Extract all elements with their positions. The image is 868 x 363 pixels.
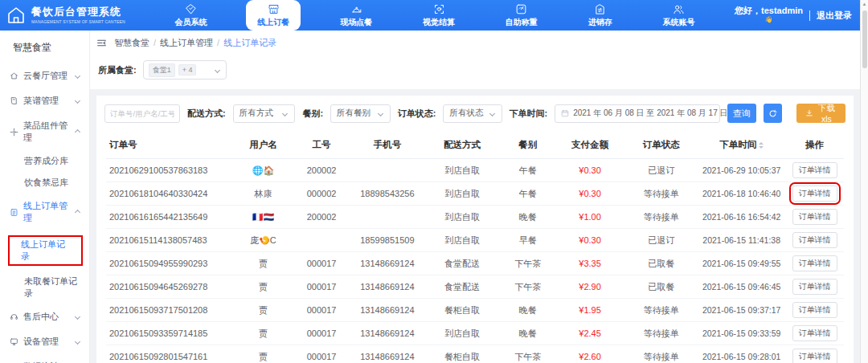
logo: 餐饮后台管理系统 MANAGEMENT SYSTEM OF SMART CANT… — [0, 0, 145, 31]
onsite-order-icon — [350, 3, 362, 15]
nav-item-vision-checkout[interactable]: 视觉结算 — [411, 0, 466, 31]
time-cell: 2021-06-15 09:33:59 — [698, 322, 785, 345]
breadcrumb-separator: / — [217, 38, 219, 47]
sidebar-item[interactable]: 设备管理 — [0, 329, 89, 354]
order-detail-button[interactable]: 订单详情 — [792, 186, 837, 202]
window-scrollbar[interactable]: ▲ — [860, 0, 868, 363]
canteen-label: 所属食堂: — [98, 64, 137, 76]
action-cell: 订单详情 — [785, 229, 844, 252]
search-input[interactable] — [104, 104, 180, 123]
scrollbar-thumb[interactable] — [862, 10, 867, 68]
nav-item-online-order[interactable]: 线上订餐 — [246, 0, 301, 31]
table-row: 20210615094645269278贾00001713148669124食堂… — [106, 275, 844, 299]
order-detail-button[interactable]: 订单详情 — [792, 302, 837, 318]
order-detail-button[interactable]: 订单详情 — [792, 279, 837, 295]
order-detail-button[interactable]: 订单详情 — [792, 255, 837, 271]
table-body: 20210629100537863183🌐🏠200002到店自取午餐¥0.30已… — [106, 159, 844, 363]
phone-cell: 18898543256 — [350, 182, 424, 206]
action-cell: 订单详情 — [785, 275, 844, 299]
breadcrumb-item[interactable]: 线上订单管理 — [160, 38, 213, 47]
order-detail-button[interactable]: 订单详情 — [792, 325, 837, 341]
amount-cell: ¥1.00 — [555, 206, 624, 229]
topbar: 餐饮后台管理系统 MANAGEMENT SYSTEM OF SMART CANT… — [0, 0, 860, 31]
breadcrumb-item: 线上订单记录 — [223, 38, 276, 47]
sidebar-item-label: 售后中心 — [23, 311, 59, 323]
logout-button[interactable]: 退出登录 — [817, 10, 852, 22]
download-label: 下载 xls — [817, 103, 837, 124]
nav-item-self-weighing[interactable]: 自助称重 — [494, 0, 549, 31]
amount-cell: ¥0.30 — [555, 182, 624, 206]
column-header: 餐别 — [501, 131, 555, 159]
query-button[interactable]: 查询 — [727, 104, 756, 123]
order-no-cell: 20210615114138057483 — [106, 229, 234, 252]
sidebar-item[interactable]: 数据统计 — [0, 354, 89, 363]
sidebar-item[interactable]: 售后中心 — [0, 304, 89, 329]
action-cell: 订单详情 — [785, 206, 844, 229]
order-detail-button[interactable]: 订单详情 — [792, 162, 837, 178]
dish-component-icon — [10, 128, 18, 137]
scrollbar-up-arrow[interactable]: ▲ — [861, 0, 868, 9]
username-cell: 庞🍤C — [234, 229, 293, 252]
meal-cell: 下午茶 — [501, 252, 555, 275]
table-row: 20210615093717501208贾00001713148669124餐柜… — [106, 299, 844, 322]
nav-item-system-account[interactable]: 系统账号 — [652, 0, 706, 31]
breadcrumb-item[interactable]: 智慧食堂 — [114, 38, 149, 47]
sidebar-subitem[interactable]: 饮食禁忌库 — [0, 172, 89, 194]
orders-card: 配送方式: 所有方式 餐别: 所有餐别 订单状态: 所有状态 — [96, 96, 854, 363]
username-cell: 贾 — [234, 322, 293, 345]
username-cell: 林康 — [234, 182, 293, 206]
sidebar-item[interactable]: 线上订单管理 — [0, 194, 89, 230]
sidebar-item[interactable]: 菜品组件管理 — [0, 113, 89, 150]
table-header-row: 订单号用户名工号手机号配送方式餐别支付金额订单状态下单时间操作 — [106, 131, 844, 159]
canteen-filter-row: 所属食堂: 食堂1 + 4 — [90, 54, 860, 81]
greeting-text: 您好，testadmin — [735, 6, 803, 15]
column-header: 下单时间 — [698, 131, 785, 159]
order-detail-button[interactable]: 订单详情 — [792, 209, 837, 225]
chevron-down-icon — [75, 339, 80, 345]
order-detail-button[interactable]: 订单详情 — [792, 232, 837, 248]
emp-no-cell — [293, 229, 351, 252]
sidebar-subitem[interactable]: 线上订单记录 — [0, 230, 89, 271]
date-range-input[interactable]: 2021 年 06 月 08 日 至 2021 年 08 月 17 日 — [555, 104, 720, 123]
menu-fold-icon[interactable] — [96, 38, 107, 48]
refresh-button[interactable] — [764, 104, 782, 123]
logo-text: 餐饮后台管理系统 MANAGEMENT SYSTEM OF SMART CANT… — [31, 6, 125, 24]
username-cell: 🇫🇷🇳🇱 — [234, 206, 293, 229]
meal-select[interactable]: 所有餐别 — [330, 104, 391, 123]
meal-cell: 下午茶 — [501, 345, 555, 363]
phone-cell: 13148669124 — [350, 345, 424, 363]
divider — [809, 10, 810, 21]
amount-cell: ¥0.30 — [555, 159, 624, 182]
amount-cell: ¥1.95 — [555, 299, 624, 322]
sidebar-subitem[interactable]: 未取餐订单记录 — [0, 271, 89, 304]
nav-item-label: 会员系统 — [174, 17, 207, 28]
order-status-select[interactable]: 所有状态 — [443, 104, 502, 123]
amount-cell: ¥0.30 — [555, 229, 624, 252]
delivery-cell: 到店自取 — [424, 206, 500, 229]
nav-item-member-system[interactable]: 会员系统 — [163, 0, 218, 31]
vision-checkout-icon — [433, 3, 445, 15]
username-cell: 贾 — [234, 345, 293, 363]
sidebar-subitem[interactable]: 营养成分库 — [0, 150, 89, 172]
sidebar-item[interactable]: 菜谱管理 — [0, 88, 89, 113]
order-no-cell: 20210629100537863183 — [106, 159, 234, 182]
phone-cell: 13148669124 — [350, 322, 424, 345]
canteen-select[interactable]: 食堂1 + 4 — [143, 60, 227, 80]
nav-item-inventory[interactable]: 进销存 — [577, 0, 624, 31]
cloud-restaurant-icon — [10, 71, 18, 80]
delivery-select[interactable]: 所有方式 — [233, 104, 296, 123]
delivery-cell: 到店自取 — [424, 159, 500, 182]
after-sales-icon — [10, 312, 18, 321]
order-detail-button[interactable]: 订单详情 — [792, 349, 837, 363]
status-cell: 等待接单 — [624, 322, 698, 345]
sidebar-item-label: 云餐厅管理 — [23, 70, 68, 82]
nav-item-onsite-order[interactable]: 现场点餐 — [329, 0, 383, 31]
status-cell: 等待接单 — [624, 299, 698, 322]
order-no-cell: 20210616165442135649 — [106, 206, 234, 229]
sidebar-item[interactable]: 云餐厅管理 — [0, 63, 89, 88]
emp-no-cell: 000017 — [293, 345, 351, 363]
sort-icon[interactable] — [759, 140, 764, 151]
username-cell: 🌐🏠 — [234, 159, 293, 182]
chevron-up-icon — [75, 128, 80, 134]
download-xls-button[interactable]: 下载 xls — [796, 104, 845, 123]
